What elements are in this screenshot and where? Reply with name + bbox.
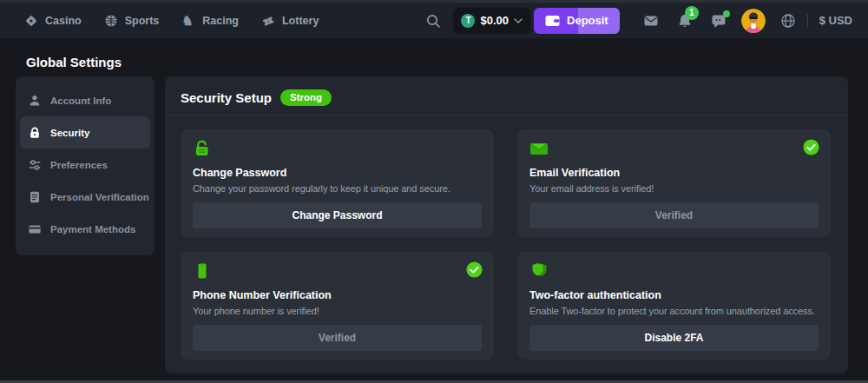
card-description: Your phone number is verified! [193,306,482,316]
balance-amount: $0.00 [480,14,509,27]
top-navigation-bar: Casino Sports ♞ Racing Lottery [0,0,868,38]
wallet-balance-selector[interactable]: T $0.00 [453,8,530,34]
nav-label: Casino [45,15,82,27]
sidebar-item-payment-methods[interactable]: Payment Methods [20,213,150,245]
sidebar-item-label: Security [50,128,89,138]
chat-icon[interactable] [711,13,727,29]
casino-diamond-icon [24,14,38,28]
card-title: Change Password [193,167,482,179]
phone-verified-button[interactable]: Verified [193,325,482,351]
language-globe-icon[interactable] [780,13,796,29]
shield-icon [529,262,549,280]
email-verified-button[interactable]: Verified [529,202,819,228]
top-bar-actions: T $0.00 Deposit 1 [425,8,852,34]
nav-label: Sports [125,15,160,27]
nav-item-sports[interactable]: Sports [104,14,160,28]
nav-item-racing[interactable]: ♞ Racing [181,14,239,28]
settings-sidebar: Account Info Security Preferences Person… [16,76,155,255]
phone-icon [193,262,212,280]
nav-item-lottery[interactable]: Lottery [261,14,319,28]
sidebar-item-label: Preferences [50,160,108,170]
inbox-mail-icon[interactable] [643,13,659,29]
currency-selector[interactable]: $ USD [819,14,852,27]
security-strength-badge: Strong [280,89,332,106]
nav-label: Lottery [282,15,319,27]
primary-nav: Casino Sports ♞ Racing Lottery [24,14,319,28]
card-phone-verification: Phone Number Verification Your phone num… [181,252,494,360]
panel-title: Security Setup [181,90,272,105]
user-avatar[interactable] [741,9,766,33]
card-description: Change your password regularly to keep i… [193,183,482,194]
user-icon [28,94,42,108]
padlock-icon [193,140,212,157]
card-description: Your email address is verified! [529,183,819,194]
sidebar-item-label: Payment Methods [50,224,135,234]
nav-item-casino[interactable]: Casino [24,14,82,28]
nav-label: Racing [202,15,239,27]
sidebar-item-preferences[interactable]: Preferences [20,149,150,181]
card-two-factor: Two-factor authentication Enable Two-fac… [517,252,831,360]
deposit-button[interactable]: Deposit [534,8,620,34]
sidebar-item-label: Account Info [50,96,111,106]
verified-check-icon [466,261,483,278]
chat-status-dot [723,10,730,17]
envelope-icon [529,140,549,157]
card-change-password: Change Password Change your password reg… [181,129,494,237]
card-title: Two-factor authentication [529,289,819,301]
security-cards-grid: Change Password Change your password reg… [165,116,848,375]
notifications-bell-icon[interactable]: 1 [677,13,693,29]
sidebar-item-label: Personal Verification [50,192,149,202]
deposit-label: Deposit [567,14,608,27]
panel-header: Security Setup Strong [165,76,848,116]
chevron-down-icon [514,18,523,23]
wallet-icon [545,15,560,27]
sidebar-item-personal-verification[interactable]: Personal Verification [20,181,150,213]
security-setup-panel: Security Setup Strong Change Password Ch… [165,76,848,373]
card-title: Email Verification [529,167,819,179]
disable-2fa-button[interactable]: Disable 2FA [529,325,819,351]
racing-horse-icon: ♞ [181,14,195,28]
sports-ball-icon [104,14,118,28]
id-document-icon [28,190,42,204]
change-password-button[interactable]: Change Password [193,202,482,228]
tether-coin-icon: T [461,14,475,28]
lock-icon [28,126,42,140]
credit-card-icon [28,222,42,236]
notification-count-badge: 1 [685,6,699,20]
verified-check-icon [803,139,819,155]
lottery-ticket-icon [261,14,275,28]
card-title: Phone Number Verification [193,289,482,301]
app-window: Casino Sports ♞ Racing Lottery [0,0,868,383]
divider [807,14,808,28]
card-description: Enable Two-factor to protect your accoun… [529,306,819,316]
card-email-verification: Email Verification Your email address is… [517,129,831,237]
sidebar-item-security[interactable]: Security [20,116,150,149]
preferences-sliders-icon [28,158,42,172]
page-title: Global Settings [26,55,122,69]
sidebar-item-account-info[interactable]: Account Info [20,84,150,116]
search-icon[interactable] [425,13,441,29]
